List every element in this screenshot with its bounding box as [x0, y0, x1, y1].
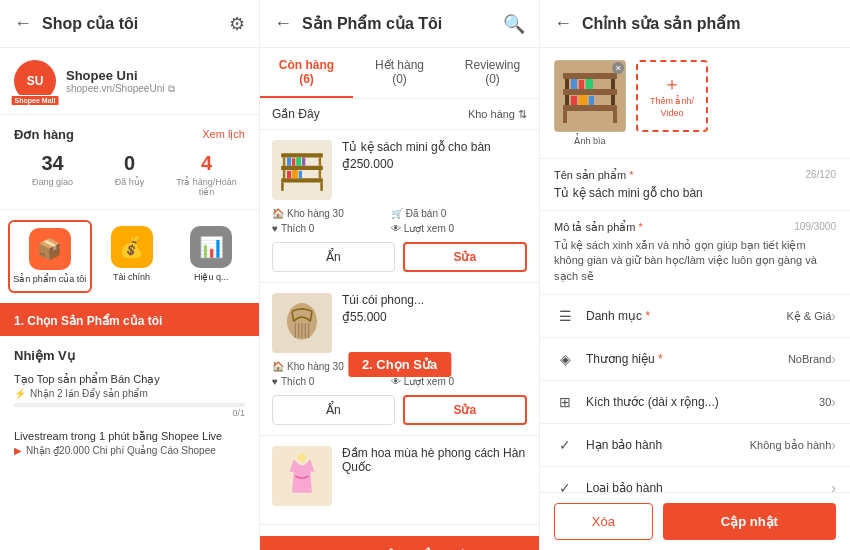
left-header: ← Shop của tôi ⚙ — [0, 0, 259, 48]
chevron-right-icon-warranty: › — [831, 437, 836, 453]
svg-rect-34 — [565, 95, 569, 105]
menu-label-performance: Hiệu q... — [194, 272, 229, 283]
hide-button-2[interactable]: Ẩn — [272, 395, 395, 425]
gear-icon[interactable]: ⚙ — [229, 13, 245, 35]
shop-info: SU Shopee Mall Shopee Uni shopee.vn/Shop… — [0, 48, 259, 115]
tasks-section: Nhiệm Vụ Tạo Top sản phẩm Bán Chạy ⚡ Nhậ… — [0, 336, 259, 550]
svg-rect-6 — [292, 158, 295, 166]
svg-rect-38 — [589, 96, 594, 105]
edit-button-2[interactable]: Sửa — [403, 395, 528, 425]
attr-name-warranty: Hạn bảo hành — [586, 438, 750, 452]
attr-warranty-type[interactable]: ✓ Loại bảo hành › — [540, 467, 850, 492]
chevron-right-icon-brand: › — [831, 351, 836, 367]
svg-rect-8 — [302, 158, 305, 166]
field-value-desc[interactable]: Tủ kệ sách xinh xắn và nhỏ gọn giúp bạn … — [554, 238, 836, 284]
attr-size[interactable]: ⊞ Kích thước (dài x rộng...) 30 › — [540, 381, 850, 424]
product-item-3: Đầm hoa mùa hè phong cách Hàn Quốc — [260, 436, 539, 525]
svg-rect-9 — [283, 170, 286, 178]
order-label-delivering: Đang giao — [14, 177, 91, 187]
svg-rect-33 — [586, 79, 593, 89]
stat-like-2: ♥ Thích 0 — [272, 376, 387, 387]
product-details-3: Đầm hoa mùa hè phong cách Hàn Quốc — [342, 446, 527, 506]
attr-value-warranty: Không bảo hành — [750, 439, 832, 452]
attr-category[interactable]: ☰ Danh mục * Kệ & Giá › — [540, 295, 850, 338]
field-value-name[interactable]: Tủ kệ sách mini gỗ cho bàn — [554, 186, 836, 200]
orders-label: Đơn hàng — [14, 127, 74, 142]
svg-rect-14 — [281, 183, 284, 191]
delete-button[interactable]: Xóa — [554, 503, 653, 540]
search-icon[interactable]: 🔍 — [503, 13, 525, 35]
main-image-upload[interactable]: ✕ — [554, 60, 626, 132]
field-label-name: Tên sản phẩm * — [554, 169, 633, 182]
arrow-icon: ⚡ — [14, 388, 26, 399]
task-reward-2: ▶ Nhận ₫20.000 Chi phí Quảng Cáo Shopee — [14, 445, 245, 456]
promo-banner: 1. Chọn Sản Phẩm của tôi — [0, 306, 259, 336]
product-price-1: ₫250.000 — [342, 157, 491, 171]
product-stats-1: 🏠 Kho hàng 30 🛒 Đã bán 0 ♥ Thích 0 👁 Lượ… — [272, 208, 527, 234]
task-item-2: Livestream trong 1 phút bằng Shopee Live… — [14, 430, 245, 456]
svg-point-24 — [298, 454, 306, 462]
back-icon-left[interactable]: ← — [14, 13, 32, 34]
attr-warranty[interactable]: ✓ Hạn bảo hành Không bảo hành › — [540, 424, 850, 467]
orders-stats: 34 Đang giao 0 Đã hủy 4 Trả hàng/Hoàn ti… — [14, 152, 245, 197]
field-counter-name: 26/120 — [805, 169, 836, 182]
add-image-button[interactable]: ＋ Thêm ảnh/ Video — [636, 60, 708, 132]
svg-rect-36 — [571, 96, 577, 105]
main-image-label: Ảnh bìa — [574, 136, 605, 146]
finance-icon-box: 💰 — [111, 226, 153, 268]
hide-button-1[interactable]: Ẩn — [272, 242, 395, 272]
stat-sold-1: 🛒 Đã bán 0 — [391, 208, 506, 219]
product-info-2: Túi cói phong... ₫55.000 — [272, 293, 527, 353]
menu-item-products[interactable]: 📦 Sản phẩm của tôi — [8, 220, 92, 293]
menu-item-finance[interactable]: 💰 Tài chính — [92, 220, 172, 293]
svg-rect-3 — [283, 158, 286, 166]
tab-out-of-stock[interactable]: Hết hàng (0) — [353, 48, 446, 98]
product-item-2: Túi cói phong... ₫55.000 🏠 Kho hàng 30 🛒… — [260, 283, 539, 436]
svg-rect-10 — [319, 170, 322, 178]
shop-details: Shopee Uni shopee.vn/ShopeeUni ⧉ — [66, 68, 175, 95]
warranty-type-icon: ✓ — [554, 477, 576, 492]
back-icon-mid[interactable]: ← — [274, 13, 292, 34]
view-history-link[interactable]: Xem lịch — [202, 128, 245, 141]
svg-rect-12 — [292, 170, 298, 178]
left-title: Shop của tôi — [42, 14, 229, 33]
order-stat-cancelled: 0 Đã hủy — [91, 152, 168, 197]
kho-filter[interactable]: Kho hàng ⇅ — [468, 108, 527, 121]
update-button[interactable]: Cập nhật — [663, 503, 836, 540]
field-header-desc: Mô tả sản phẩm * 109/3000 — [554, 221, 836, 234]
filter-bar: Gần Đây Kho hàng ⇅ — [260, 99, 539, 130]
add-product-button[interactable]: Thêm 1 sản phẩm mới — [260, 536, 539, 550]
attr-brand[interactable]: ◈ Thương hiệu * NoBrand › — [540, 338, 850, 381]
chon-sua-label: 2. Chọn Sửa — [348, 352, 451, 377]
attr-name-warranty-type: Loại bảo hành — [586, 481, 831, 492]
remove-image-icon[interactable]: ✕ — [612, 62, 624, 74]
svg-rect-4 — [319, 158, 322, 166]
menu-item-performance[interactable]: 📊 Hiệu q... — [171, 220, 251, 293]
filter-label: Gần Đây — [272, 107, 320, 121]
tab-reviewing[interactable]: Reviewing (0) — [446, 48, 539, 98]
order-label-cancelled: Đã hủy — [91, 177, 168, 187]
svg-rect-27 — [563, 89, 617, 95]
order-count-delivering: 34 — [14, 152, 91, 175]
warranty-icon: ✓ — [554, 434, 576, 456]
svg-rect-30 — [611, 79, 615, 89]
category-icon: ☰ — [554, 305, 576, 327]
svg-rect-32 — [579, 80, 584, 89]
main-image-wrap: ✕ — [554, 60, 626, 146]
attr-label-wrap-warranty-type: Loại bảo hành — [586, 481, 831, 492]
shelf-icon — [277, 145, 327, 195]
tab-available[interactable]: Còn hàng (6) — [260, 48, 353, 98]
stat-kho-1: 🏠 Kho hàng 30 — [272, 208, 387, 219]
attr-label-wrap-warranty: Hạn bảo hành — [586, 438, 750, 452]
product-details-2: Túi cói phong... ₫55.000 — [342, 293, 424, 353]
copy-icon[interactable]: ⧉ — [168, 83, 175, 95]
svg-rect-39 — [563, 111, 567, 123]
attr-value-brand: NoBrand — [788, 353, 831, 365]
back-icon-right[interactable]: ← — [554, 13, 572, 34]
chevron-right-icon-size: › — [831, 394, 836, 410]
mid-panel: ← Sản Phẩm của Tôi 🔍 Còn hàng (6) Hết hà… — [260, 0, 540, 550]
bag-icon — [277, 298, 327, 348]
attr-name-category: Danh mục * — [586, 309, 786, 323]
svg-rect-13 — [299, 171, 302, 179]
edit-button-1[interactable]: Sửa — [403, 242, 528, 272]
